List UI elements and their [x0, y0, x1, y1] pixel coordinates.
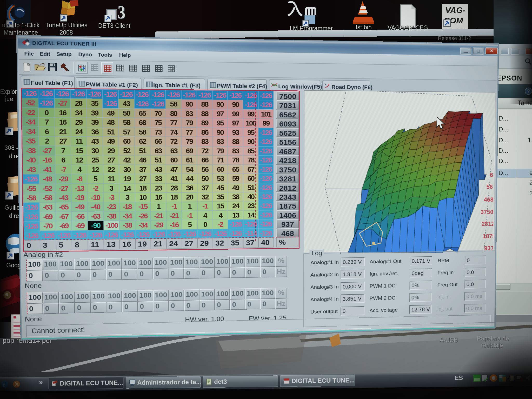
svg-text:VAG-: VAG- — [445, 5, 466, 15]
svg-text:1875: 1875 — [483, 233, 495, 239]
svg-text:?: ? — [527, 88, 530, 94]
svg-text:2812: 2812 — [482, 221, 495, 227]
svg-text:6: 6 — [490, 171, 493, 178]
svg-text:3750: 3750 — [481, 209, 494, 215]
svg-text:56: 56 — [486, 183, 493, 190]
svg-text:e: e — [2, 381, 5, 388]
svg-text:468: 468 — [484, 196, 493, 203]
